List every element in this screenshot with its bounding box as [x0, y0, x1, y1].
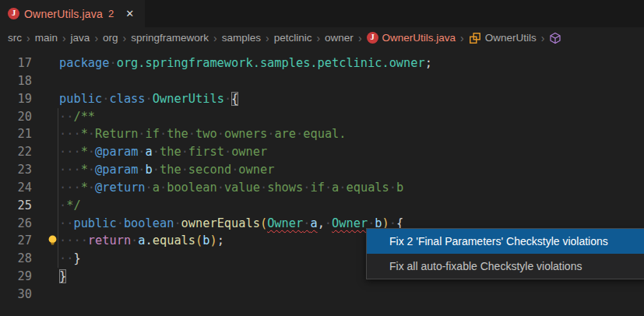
- breadcrumb-item-src[interactable]: src: [8, 32, 22, 44]
- chevron-right-icon: ›: [123, 33, 127, 44]
- code-text: ····return·a.equals(b);: [59, 232, 224, 250]
- line-number[interactable]: 18: [0, 72, 59, 90]
- tab-ownerutils-java[interactable]: J OwnerUtils.java 2 ✕: [0, 0, 145, 27]
- code-text: package·org.springframework.samples.petc…: [59, 54, 432, 72]
- breadcrumb: src›main›java›org›springframework›sample…: [0, 27, 644, 48]
- breadcrumb-label: springframework: [131, 32, 209, 44]
- breadcrumb-item-OwnerUtils.java[interactable]: J OwnerUtils.java: [367, 32, 456, 44]
- line-number[interactable]: 20: [0, 108, 59, 126]
- code-text: ··public·boolean·ownerEquals(Owner·a,·Ow…: [59, 215, 403, 233]
- breadcrumb-label: src: [8, 32, 22, 44]
- code-line[interactable]: 30: [0, 286, 644, 304]
- code-text: ···*·@return·a·boolean·value·shows·if·a·…: [59, 179, 403, 197]
- breadcrumb-label: petclinic: [274, 32, 312, 44]
- code-action-item[interactable]: Fix all auto-fixable Checkstyle violatio…: [367, 254, 644, 279]
- code-text: ···*·@param·a·the·first·owner: [59, 143, 267, 161]
- code-line[interactable]: 23···*·@param·b·the·second·owner: [0, 161, 644, 179]
- breadcrumb-label: owner: [325, 32, 354, 44]
- code-line[interactable]: 18: [0, 72, 644, 90]
- breadcrumb-item-petclinic[interactable]: petclinic: [274, 32, 312, 44]
- breadcrumb-label: samples: [222, 32, 261, 44]
- chevron-right-icon: ›: [358, 33, 362, 44]
- code-line[interactable]: 17package·org.springframework.samples.pe…: [0, 54, 644, 72]
- tab-bar: J OwnerUtils.java 2 ✕: [0, 0, 644, 27]
- line-number[interactable]: 17: [0, 54, 59, 72]
- line-number[interactable]: 29: [0, 268, 59, 286]
- breadcrumb-item-symbol[interactable]: [549, 32, 561, 44]
- chevron-right-icon: ›: [94, 33, 98, 44]
- breadcrumb-item-springframework[interactable]: springframework: [131, 32, 209, 44]
- lightbulb-icon[interactable]: [46, 199, 59, 212]
- code-text: ··/**: [59, 108, 95, 126]
- line-number[interactable]: 21: [0, 125, 59, 143]
- breadcrumb-label: org: [103, 32, 118, 44]
- chevron-right-icon: ›: [460, 33, 464, 44]
- code-line[interactable]: 20··/**: [0, 108, 644, 126]
- code-text: public·class·OwnerUtils·{: [59, 90, 238, 108]
- code-text: }: [59, 268, 66, 286]
- line-number[interactable]: 19: [0, 90, 59, 108]
- code-line[interactable]: 25 ·*/: [0, 197, 644, 215]
- breadcrumb-item-java[interactable]: java: [71, 32, 90, 44]
- symbol-method-cube-icon: [549, 32, 561, 44]
- tab-title: OwnerUtils.java: [24, 8, 103, 20]
- java-file-icon: J: [367, 32, 378, 44]
- code-text: ···*·Return·if·the·two·owners·are·equal.: [59, 125, 347, 143]
- vscode-editor-window: { "tab": { "title": "OwnerUtils.java", "…: [0, 0, 644, 316]
- breadcrumb-item-org[interactable]: org: [103, 32, 118, 44]
- code-text: ···*·@param·b·the·second·owner: [59, 161, 274, 179]
- line-number[interactable]: 23: [0, 161, 59, 179]
- java-file-icon: J: [8, 8, 19, 19]
- chevron-right-icon: ›: [26, 33, 30, 44]
- breadcrumb-label: java: [71, 32, 90, 44]
- code-text: ··}: [59, 250, 81, 268]
- breadcrumb-label: main: [35, 32, 58, 44]
- breadcrumb-item-samples[interactable]: samples: [222, 32, 261, 44]
- line-number[interactable]: 22: [0, 143, 59, 161]
- symbol-class-icon: [469, 32, 481, 44]
- line-number[interactable]: 24: [0, 179, 59, 197]
- line-number[interactable]: 30: [0, 286, 59, 304]
- breadcrumb-item-owner[interactable]: owner: [325, 32, 354, 44]
- code-line[interactable]: 19public·class·OwnerUtils·{: [0, 90, 644, 108]
- code-text: ·*/: [59, 197, 81, 215]
- tab-error-count-badge: 2: [108, 8, 114, 19]
- chevron-right-icon: ›: [62, 33, 66, 44]
- code-action-menu: Fix 2 'Final Parameters' Checkstyle viol…: [366, 228, 644, 279]
- breadcrumb-item-OwnerUtils[interactable]: OwnerUtils: [469, 32, 537, 44]
- code-line[interactable]: 22···*·@param·a·the·first·owner: [0, 143, 644, 161]
- close-icon[interactable]: ✕: [123, 7, 136, 20]
- breadcrumb-item-main[interactable]: main: [35, 32, 58, 44]
- chevron-right-icon: ›: [316, 33, 320, 44]
- chevron-right-icon: ›: [266, 33, 269, 44]
- breadcrumb-label: OwnerUtils.java: [382, 32, 456, 44]
- breadcrumb-label: OwnerUtils: [485, 32, 537, 44]
- code-action-item[interactable]: Fix 2 'Final Parameters' Checkstyle viol…: [367, 229, 644, 254]
- code-line[interactable]: 24···*·@return·a·boolean·value·shows·if·…: [0, 179, 644, 197]
- code-line[interactable]: 21···*·Return·if·the·two·owners·are·equa…: [0, 125, 644, 143]
- chevron-right-icon: ›: [213, 33, 217, 44]
- chevron-right-icon: ›: [541, 33, 545, 44]
